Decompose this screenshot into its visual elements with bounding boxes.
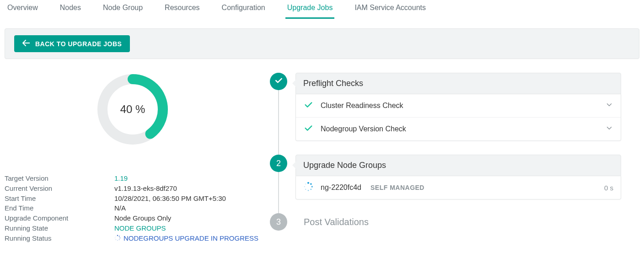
- detail-key: Upgrade Component: [5, 213, 114, 223]
- progress-wrap: 40 %: [5, 73, 261, 146]
- detail-start-time: Start Time 10/28/2021, 06:36:50 PM GMT+5…: [5, 194, 261, 204]
- detail-end-time: End Time N/A: [5, 203, 261, 213]
- detail-current-version: Current Version v1.19.13-eks-8df270: [5, 183, 261, 194]
- detail-value: NODE GROUPS: [114, 223, 166, 233]
- nodegroup-item[interactable]: ng-2220fc4d SELF MANAGED 0 s: [296, 176, 621, 199]
- tab-nodes[interactable]: Nodes: [58, 0, 83, 19]
- step-header-post: Post Validations: [295, 213, 621, 227]
- svg-point-11: [310, 183, 312, 185]
- svg-point-10: [307, 182, 309, 184]
- detail-running-status: Running Status NODEGROUPS UPGRADE IN PRO…: [5, 233, 261, 243]
- check-icon: [274, 76, 283, 87]
- tab-iam-service-accounts[interactable]: IAM Service Accounts: [353, 0, 428, 19]
- step-upgrade-nodegroups: 2 Upgrade Node Groups ng-2220fc4d SELF M…: [270, 155, 621, 199]
- detail-value: N/A: [114, 203, 126, 213]
- main: 40 % Target Version 1.19 Current Version…: [0, 59, 644, 248]
- svg-point-15: [305, 189, 306, 190]
- step-marker-done: [270, 73, 287, 90]
- svg-point-17: [305, 183, 306, 184]
- check-label: Nodegroup Version Check: [321, 125, 406, 133]
- tab-upgrade-jobs[interactable]: Upgrade Jobs: [285, 0, 335, 19]
- spinner-icon: [303, 182, 313, 194]
- detail-key: Running State: [5, 223, 114, 233]
- nodegroup-name: ng-2220fc4d: [321, 183, 361, 192]
- svg-point-12: [311, 186, 313, 187]
- spinner-icon: [114, 235, 121, 241]
- progress-percent-label: 40 %: [120, 103, 145, 116]
- step-header-upgrade: Upgrade Node Groups: [295, 155, 621, 176]
- tab-overview[interactable]: Overview: [5, 0, 40, 19]
- arrow-left-icon: [22, 40, 30, 48]
- chevron-down-icon: [605, 101, 613, 111]
- svg-point-4: [119, 237, 120, 238]
- detail-target-version: Target Version 1.19: [5, 173, 261, 183]
- svg-point-7: [116, 239, 116, 240]
- step-preflight: Preflight Checks Cluster Readiness Check: [270, 73, 621, 141]
- svg-point-6: [117, 240, 118, 241]
- detail-running-state: Running State NODE GROUPS: [5, 223, 261, 233]
- back-button[interactable]: BACK TO UPGRADE JOBS: [14, 35, 130, 52]
- detail-value: NODEGROUPS UPGRADE IN PROGRESS: [114, 233, 258, 243]
- check-icon: [303, 100, 313, 112]
- detail-upgrade-component: Upgrade Component Node Groups Only: [5, 213, 261, 223]
- svg-point-5: [119, 239, 120, 240]
- step-body: Preflight Checks Cluster Readiness Check: [295, 73, 621, 141]
- detail-key: Target Version: [5, 173, 114, 183]
- svg-point-16: [304, 186, 305, 187]
- right-column: Preflight Checks Cluster Readiness Check: [270, 73, 639, 243]
- step-items: Cluster Readiness Check Nodegroup Versio…: [295, 94, 621, 141]
- back-bar: BACK TO UPGRADE JOBS: [5, 28, 639, 59]
- check-cluster-readiness[interactable]: Cluster Readiness Check: [296, 94, 621, 117]
- svg-point-9: [116, 236, 116, 237]
- step-marker-pending: 3: [270, 213, 287, 231]
- step-header-preflight: Preflight Checks: [295, 73, 621, 94]
- details: Target Version 1.19 Current Version v1.1…: [5, 173, 261, 243]
- back-button-label: BACK TO UPGRADE JOBS: [35, 40, 122, 48]
- progress-ring: 40 %: [96, 73, 169, 146]
- left-column: 40 % Target Version 1.19 Current Version…: [5, 73, 261, 243]
- svg-point-8: [115, 238, 115, 238]
- steps-timeline: Preflight Checks Cluster Readiness Check: [270, 73, 621, 231]
- chevron-down-icon: [605, 124, 613, 134]
- tabs: Overview Nodes Node Group Resources Conf…: [0, 0, 644, 19]
- check-nodegroup-version[interactable]: Nodegroup Version Check: [296, 117, 621, 140]
- detail-key: End Time: [5, 203, 114, 213]
- tab-configuration[interactable]: Configuration: [220, 0, 267, 19]
- nodegroup-badge: SELF MANAGED: [370, 184, 424, 191]
- tab-node-group[interactable]: Node Group: [101, 0, 145, 19]
- step-body: Post Validations: [295, 213, 621, 227]
- detail-value: 1.19: [114, 173, 128, 183]
- detail-value: v1.19.13-eks-8df270: [114, 183, 177, 194]
- step-body: Upgrade Node Groups ng-2220fc4d SELF MAN…: [295, 155, 621, 199]
- detail-value: 10/28/2021, 06:36:50 PM GMT+5:30: [114, 194, 226, 204]
- detail-key: Running Status: [5, 233, 114, 243]
- nodegroup-duration: 0 s: [604, 184, 613, 192]
- svg-point-3: [119, 236, 120, 237]
- svg-point-14: [308, 190, 309, 191]
- check-icon: [303, 123, 313, 135]
- tab-resources[interactable]: Resources: [163, 0, 201, 19]
- step-items: ng-2220fc4d SELF MANAGED 0 s: [295, 176, 621, 199]
- running-status-text: NODEGROUPS UPGRADE IN PROGRESS: [123, 233, 258, 243]
- svg-point-2: [117, 235, 118, 236]
- step-marker-active: 2: [270, 155, 287, 172]
- detail-key: Start Time: [5, 194, 114, 204]
- svg-point-13: [310, 189, 311, 190]
- check-label: Cluster Readiness Check: [321, 102, 403, 110]
- detail-value: Node Groups Only: [114, 213, 171, 223]
- step-post-validations: 3 Post Validations: [270, 213, 621, 231]
- detail-key: Current Version: [5, 183, 114, 194]
